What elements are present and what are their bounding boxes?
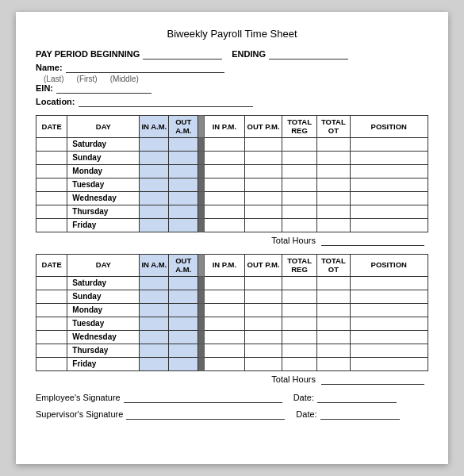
total-hours-line-1[interactable]	[321, 236, 424, 246]
cell-position[interactable]	[350, 178, 428, 191]
cell-in-am[interactable]	[140, 276, 169, 290]
cell-out-am[interactable]	[169, 290, 198, 303]
cell-position[interactable]	[350, 344, 428, 357]
cell-in-pm[interactable]	[204, 303, 245, 317]
cell-in-am[interactable]	[140, 151, 169, 164]
cell-position[interactable]	[350, 290, 428, 303]
cell-in-pm[interactable]	[204, 317, 245, 330]
cell-in-pm[interactable]	[204, 330, 245, 344]
cell-total-reg[interactable]	[282, 344, 316, 357]
cell-position[interactable]	[350, 357, 428, 370]
cell-out-am[interactable]	[169, 164, 198, 178]
cell-in-am[interactable]	[140, 317, 169, 330]
cell-total-ot[interactable]	[317, 137, 350, 151]
cell-position[interactable]	[350, 330, 428, 344]
cell-total-reg[interactable]	[282, 218, 316, 232]
cell-total-reg[interactable]	[282, 290, 316, 303]
employee-sig-field[interactable]	[124, 393, 282, 403]
cell-date[interactable]	[36, 330, 67, 344]
cell-in-pm[interactable]	[204, 357, 245, 370]
cell-in-am[interactable]	[140, 218, 169, 232]
cell-in-pm[interactable]	[204, 151, 245, 164]
cell-date[interactable]	[36, 290, 67, 303]
cell-date[interactable]	[36, 164, 67, 178]
cell-date[interactable]	[36, 218, 67, 232]
cell-out-am[interactable]	[169, 344, 198, 357]
cell-total-ot[interactable]	[317, 303, 350, 317]
supervisor-date-field[interactable]	[320, 409, 400, 420]
cell-out-am[interactable]	[169, 357, 198, 370]
cell-out-pm[interactable]	[245, 344, 282, 357]
ein-field[interactable]	[56, 83, 151, 94]
cell-date[interactable]	[36, 205, 67, 218]
cell-out-pm[interactable]	[245, 330, 282, 344]
cell-out-pm[interactable]	[245, 178, 282, 191]
cell-total-ot[interactable]	[317, 344, 350, 357]
cell-in-pm[interactable]	[204, 290, 245, 303]
employee-date-field[interactable]	[317, 393, 397, 403]
cell-date[interactable]	[36, 344, 67, 357]
cell-total-ot[interactable]	[317, 191, 350, 205]
cell-out-pm[interactable]	[245, 317, 282, 330]
cell-out-pm[interactable]	[245, 276, 282, 290]
cell-total-ot[interactable]	[317, 151, 350, 164]
cell-total-ot[interactable]	[317, 218, 350, 232]
cell-in-am[interactable]	[140, 137, 169, 151]
cell-date[interactable]	[36, 276, 67, 290]
cell-total-ot[interactable]	[317, 290, 350, 303]
cell-in-pm[interactable]	[204, 191, 245, 205]
cell-total-reg[interactable]	[282, 137, 316, 151]
cell-in-am[interactable]	[140, 205, 169, 218]
cell-out-am[interactable]	[169, 137, 198, 151]
cell-position[interactable]	[350, 276, 428, 290]
cell-total-reg[interactable]	[282, 164, 316, 178]
cell-total-ot[interactable]	[317, 357, 350, 370]
cell-position[interactable]	[350, 205, 428, 218]
cell-total-ot[interactable]	[317, 205, 350, 218]
cell-out-am[interactable]	[169, 191, 198, 205]
cell-in-am[interactable]	[140, 303, 169, 317]
total-hours-line-2[interactable]	[321, 374, 424, 385]
cell-total-ot[interactable]	[317, 317, 350, 330]
cell-total-reg[interactable]	[282, 303, 316, 317]
cell-position[interactable]	[350, 137, 428, 151]
name-field[interactable]	[66, 63, 224, 73]
cell-in-am[interactable]	[140, 357, 169, 370]
cell-out-pm[interactable]	[245, 151, 282, 164]
cell-out-pm[interactable]	[245, 357, 282, 370]
cell-total-reg[interactable]	[282, 178, 316, 191]
cell-date[interactable]	[36, 137, 67, 151]
cell-total-ot[interactable]	[317, 276, 350, 290]
cell-total-reg[interactable]	[282, 151, 316, 164]
cell-total-reg[interactable]	[282, 191, 316, 205]
cell-out-pm[interactable]	[245, 205, 282, 218]
cell-total-reg[interactable]	[282, 276, 316, 290]
ending-field[interactable]	[269, 49, 348, 60]
cell-out-am[interactable]	[169, 205, 198, 218]
cell-position[interactable]	[350, 164, 428, 178]
cell-out-am[interactable]	[169, 330, 198, 344]
cell-position[interactable]	[350, 191, 428, 205]
cell-in-am[interactable]	[140, 178, 169, 191]
cell-in-am[interactable]	[140, 191, 169, 205]
cell-in-am[interactable]	[140, 344, 169, 357]
cell-out-am[interactable]	[169, 276, 198, 290]
cell-in-pm[interactable]	[204, 276, 245, 290]
cell-out-pm[interactable]	[245, 137, 282, 151]
pay-period-beginning-field[interactable]	[143, 49, 222, 60]
location-field[interactable]	[79, 97, 253, 107]
cell-out-pm[interactable]	[245, 290, 282, 303]
cell-date[interactable]	[36, 303, 67, 317]
cell-position[interactable]	[350, 218, 428, 232]
cell-position[interactable]	[350, 317, 428, 330]
cell-total-reg[interactable]	[282, 357, 316, 370]
cell-date[interactable]	[36, 357, 67, 370]
cell-in-pm[interactable]	[204, 178, 245, 191]
cell-position[interactable]	[350, 151, 428, 164]
cell-out-am[interactable]	[169, 218, 198, 232]
cell-total-ot[interactable]	[317, 178, 350, 191]
cell-out-am[interactable]	[169, 178, 198, 191]
cell-in-am[interactable]	[140, 330, 169, 344]
cell-in-pm[interactable]	[204, 218, 245, 232]
cell-total-reg[interactable]	[282, 317, 316, 330]
